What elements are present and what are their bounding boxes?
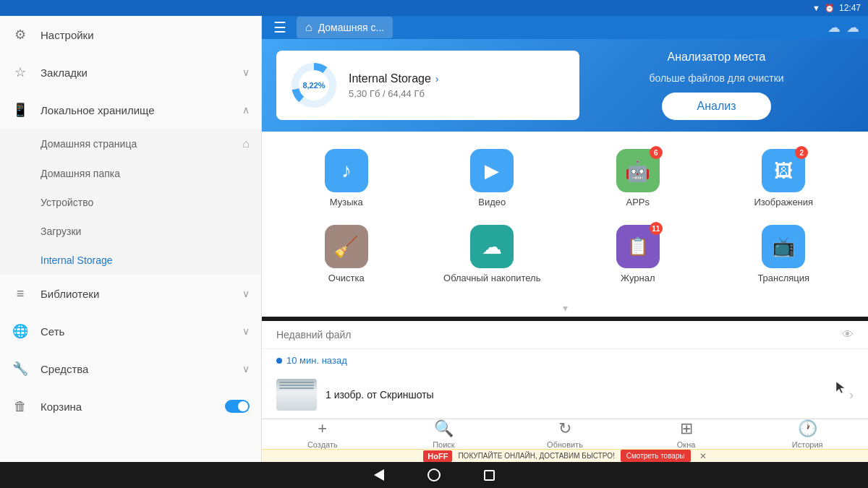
- time-dot: [276, 358, 282, 364]
- network-arrow-icon: ∨: [242, 325, 250, 337]
- storage-donut: 8,22%: [291, 62, 337, 108]
- cloud-label: Облачный накопитель: [443, 273, 540, 283]
- cast-icon-wrap: 📺: [762, 225, 805, 268]
- status-bar: ▼ ⏰ 12:47: [0, 0, 868, 16]
- journal-icon: 📋: [627, 236, 649, 257]
- recent-item[interactable]: 1 изобр. от Скриншоты ›: [262, 372, 868, 419]
- video-label: Видео: [478, 197, 506, 207]
- music-icon-wrap: ♪: [325, 149, 368, 192]
- sub-home-folder-label: Домашняя папка: [41, 168, 120, 179]
- refresh-icon: ↻: [558, 419, 571, 438]
- storage-card[interactable]: 8,22% Internal Storage › 5,30 Гб / 64,44…: [276, 51, 579, 120]
- settings-icon: ⚙: [12, 26, 29, 43]
- cloud-icon-2[interactable]: ☁: [846, 20, 859, 35]
- breadcrumb-label: Домашняя с...: [318, 22, 385, 33]
- content-right: ☰ ⌂ Домашняя с... ☁ ☁: [262, 16, 868, 462]
- sidebar-item-libraries[interactable]: ≡ Библиотеки ∨: [0, 275, 261, 312]
- recent-item-info: 1 изобр. от Скриншоты: [326, 388, 841, 401]
- analyzer-section: Анализатор места больше файлов для очист…: [579, 51, 854, 120]
- cursor-icon: [835, 380, 845, 395]
- donut-percent-label: 8,22%: [302, 81, 325, 90]
- hamburger-button[interactable]: ☰: [271, 16, 289, 39]
- analyze-button[interactable]: Анализ: [662, 93, 770, 120]
- sidebar-sub-device[interactable]: Устройство: [0, 188, 261, 217]
- storage-title: Internal Storage ›: [349, 72, 439, 85]
- cloud-icon-1[interactable]: ☁: [827, 20, 841, 35]
- recents-button[interactable]: [484, 470, 495, 481]
- recent-header: Недавний файл 👁: [262, 321, 868, 349]
- history-icon: 🕐: [798, 419, 817, 438]
- search-icon: 🔍: [434, 419, 454, 438]
- sidebar-item-local-storage[interactable]: 📱 Локальное хранилище ∧: [0, 91, 261, 129]
- nav-history[interactable]: 🕐 История: [746, 419, 868, 449]
- cleanup-icon-wrap: 🧹: [325, 225, 368, 268]
- images-badge: 2: [795, 146, 808, 159]
- wrench-icon: 🔧: [12, 360, 29, 377]
- sub-internal-storage-label: Internal Storage: [41, 254, 113, 266]
- sidebar-item-settings[interactable]: ⚙ Настройки: [0, 16, 261, 53]
- refresh-label: Обновить: [547, 440, 583, 449]
- nav-windows[interactable]: ⊞ Окна: [626, 419, 747, 449]
- nav-search[interactable]: 🔍 Поиск: [383, 419, 505, 449]
- grid-item-video[interactable]: ▶ Видео: [422, 143, 563, 213]
- ad-brand: HoFF: [423, 450, 452, 462]
- journal-icon-wrap: 📋 11: [616, 225, 660, 268]
- grid-item-journal[interactable]: 📋 11 Журнал: [568, 219, 708, 289]
- cast-icon: 📺: [772, 236, 795, 258]
- grid-item-apps[interactable]: 🤖 6 APPs: [568, 143, 708, 213]
- sidebar-sub-home-page[interactable]: Домашняя страница ⌂: [0, 129, 261, 159]
- bookmarks-arrow-icon: ∨: [242, 67, 250, 78]
- windows-icon: ⊞: [680, 419, 693, 438]
- journal-badge: 11: [650, 222, 663, 235]
- grid-item-cast[interactable]: 📺 Трансляция: [714, 219, 854, 289]
- windows-label: Окна: [677, 440, 696, 449]
- sub-downloads-label: Загрузки: [41, 226, 81, 237]
- grid-item-music[interactable]: ♪ Музыка: [276, 143, 417, 213]
- status-icons: ▼ ⏰ 12:47: [812, 3, 861, 13]
- sidebar-sub-menu: Домашняя страница ⌂ Домашняя папка Устро…: [0, 129, 261, 275]
- sidebar-sub-home-folder[interactable]: Домашняя папка: [0, 159, 261, 188]
- thumb-line-1: [279, 382, 314, 383]
- eye-icon[interactable]: 👁: [842, 328, 854, 341]
- video-icon: ▶: [485, 160, 499, 182]
- storage-arrow-icon: ›: [435, 73, 439, 85]
- home-circle-icon: [427, 468, 441, 481]
- network-icon: 🌐: [12, 322, 29, 340]
- breadcrumb-button[interactable]: ⌂ Домашняя с...: [297, 17, 393, 38]
- sidebar-item-network[interactable]: 🌐 Сеть ∨: [0, 312, 261, 350]
- sidebar-tools-label: Средства: [41, 363, 242, 375]
- trash-toggle[interactable]: [225, 400, 250, 413]
- ad-button[interactable]: Смотреть товары: [621, 450, 691, 462]
- recents-square-icon: [484, 470, 495, 481]
- info-section: 8,22% Internal Storage › 5,30 Гб / 64,44…: [262, 39, 868, 132]
- ad-close-icon[interactable]: ✕: [699, 451, 707, 461]
- android-nav-bar: [0, 462, 868, 488]
- apps-label: APPs: [626, 197, 650, 207]
- bottom-nav: + Создать 🔍 Поиск ↻ Обновить ⊞ Окна 🕐: [262, 419, 868, 449]
- alarm-icon: ⏰: [825, 4, 835, 13]
- nav-create[interactable]: + Создать: [262, 419, 383, 449]
- sidebar-sub-downloads[interactable]: Загрузки: [0, 217, 261, 246]
- tools-arrow-icon: ∨: [242, 363, 250, 374]
- layers-icon: ≡: [12, 285, 29, 302]
- create-label: Создать: [307, 440, 338, 449]
- grid-item-cloud[interactable]: ☁ Облачный накопитель: [422, 219, 563, 289]
- sidebar-item-tools[interactable]: 🔧 Средства ∨: [0, 350, 261, 388]
- grid-item-cleanup[interactable]: 🧹 Очистка: [276, 219, 417, 289]
- sidebar-sub-internal-storage[interactable]: Internal Storage: [0, 246, 261, 275]
- apps-icon: 🤖: [625, 159, 650, 183]
- grid-item-images[interactable]: 🖼 2 Изображения: [714, 143, 854, 213]
- sidebar-item-bookmarks[interactable]: ☆ Закладки ∨: [0, 53, 261, 91]
- home-breadcrumb-icon: ⌂: [305, 21, 312, 34]
- analyzer-subtitle: больше файлов для очистки: [649, 72, 783, 84]
- sidebar: ⚙ Настройки ☆ Закладки ∨ 📱 Локальное хра…: [0, 16, 262, 462]
- top-bar: ☰ ⌂ Домашняя с... ☁ ☁: [262, 16, 868, 39]
- history-label: История: [792, 440, 823, 449]
- wifi-icon: ▼: [812, 4, 820, 12]
- sidebar-item-trash[interactable]: 🗑 Корзина: [0, 388, 261, 425]
- images-icon-wrap: 🖼 2: [762, 149, 805, 192]
- home-button[interactable]: [427, 468, 441, 481]
- nav-refresh[interactable]: ↻ Обновить: [504, 419, 626, 449]
- sidebar-network-label: Сеть: [41, 325, 242, 338]
- back-button[interactable]: [374, 469, 384, 481]
